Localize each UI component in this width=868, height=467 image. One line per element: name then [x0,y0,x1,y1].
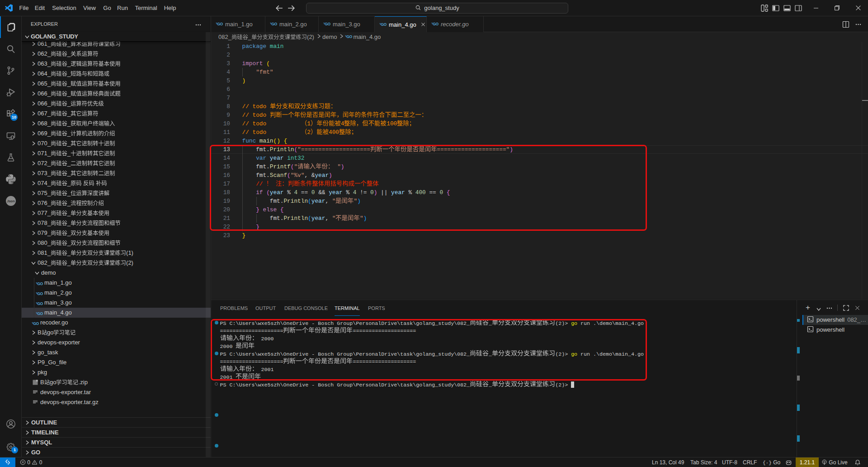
svg-text:GO: GO [33,321,39,326]
svg-text:GO: GO [381,22,387,27]
svg-text:GO: GO [433,22,439,26]
svg-text:GO: GO [37,281,43,286]
svg-text:GO: GO [271,22,277,26]
svg-text:GO: GO [37,291,43,296]
svg-text:Json: Json [7,199,15,203]
svg-text:GO: GO [37,301,43,306]
svg-text:GO: GO [37,311,43,316]
svg-text:GO: GO [347,34,353,39]
svg-text:GO: GO [217,22,223,26]
svg-text:GO: GO [325,22,330,26]
